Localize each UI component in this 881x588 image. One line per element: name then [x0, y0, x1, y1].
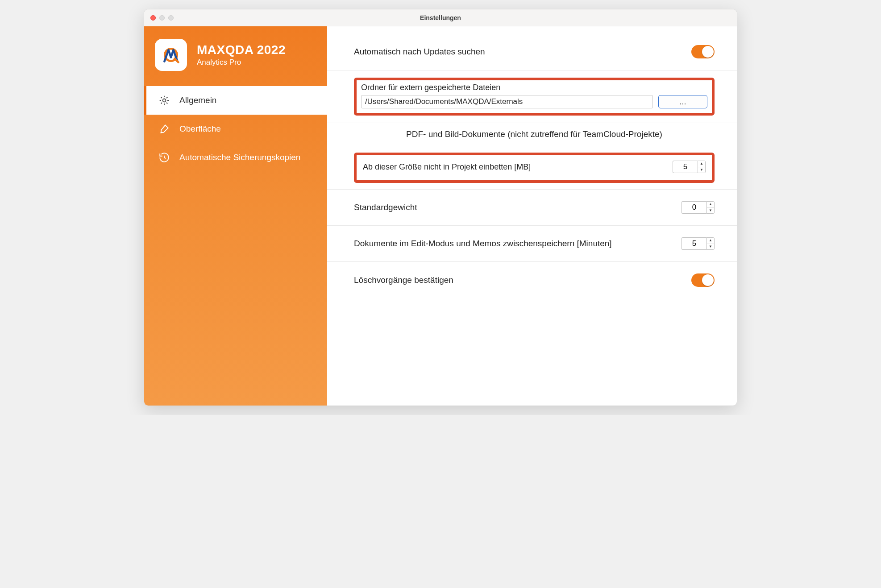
pdf-section-title: PDF- und Bild-Dokumente (nicht zutreffen… [354, 129, 715, 139]
stepper-down-button[interactable]: ▼ [707, 244, 714, 250]
sidebar-item-label: Oberfläche [179, 124, 221, 134]
sidebar-item-interface[interactable]: Oberfläche [144, 115, 327, 143]
stepper-down-button[interactable]: ▼ [698, 167, 705, 173]
app-edition: Analytics Pro [197, 58, 286, 67]
autosave-interval-stepper[interactable]: ▲ ▼ [682, 237, 715, 250]
sidebar-nav: Allgemein Oberfläche [144, 86, 327, 172]
history-icon [158, 151, 170, 164]
stepper-up-button[interactable]: ▲ [698, 161, 705, 167]
app-name: MAXQDA 2022 [197, 43, 286, 57]
embed-threshold-stepper[interactable]: ▲ ▼ [673, 161, 706, 173]
window-controls [150, 15, 174, 21]
browse-folder-button[interactable]: ... [658, 95, 707, 108]
setting-default-weight: Standardgewicht ▲ ▼ [327, 190, 737, 226]
confirm-delete-toggle[interactable] [691, 273, 715, 287]
setting-label: Dokumente im Edit-Modus und Memos zwisch… [354, 239, 612, 248]
setting-embed-threshold: PDF- und Bild-Dokumente (nicht zutreffen… [327, 123, 737, 190]
setting-auto-update: Automatisch nach Updates suchen [327, 26, 737, 70]
content-pane: Automatisch nach Updates suchen Ordner f… [327, 26, 737, 406]
window-title: Einstellungen [144, 14, 737, 21]
stepper-up-button[interactable]: ▲ [707, 238, 714, 244]
sidebar: MAXQDA 2022 Analytics Pro Allgemein [144, 26, 327, 406]
callout-external-folder: Ordner für extern gespeicherte Dateien .… [354, 78, 715, 116]
sidebar-item-label: Automatische Sicherungskopien [179, 153, 300, 162]
gear-icon [158, 94, 170, 107]
zoom-window-button[interactable] [168, 15, 174, 21]
embed-threshold-input[interactable] [673, 161, 698, 173]
brush-icon [158, 123, 170, 135]
svg-line-1 [175, 58, 178, 62]
sidebar-item-label: Allgemein [179, 95, 216, 105]
brand: MAXQDA 2022 Analytics Pro [144, 26, 327, 86]
minimize-window-button[interactable] [159, 15, 165, 21]
app-logo-icon [155, 39, 187, 71]
setting-label: Automatisch nach Updates suchen [354, 47, 485, 57]
setting-confirm-delete: Löschvorgänge bestätigen [327, 262, 737, 298]
titlebar: Einstellungen [144, 9, 737, 26]
svg-point-2 [163, 99, 166, 102]
autosave-interval-input[interactable] [682, 237, 706, 250]
callout-embed-threshold: Ab dieser Größe nicht in Projekt einbett… [354, 153, 715, 183]
setting-external-folder: Ordner für extern gespeicherte Dateien .… [327, 70, 737, 123]
setting-label: Ab dieser Größe nicht in Projekt einbett… [363, 162, 531, 172]
setting-autosave-interval: Dokumente im Edit-Modus und Memos zwisch… [327, 226, 737, 262]
sidebar-item-backups[interactable]: Automatische Sicherungskopien [144, 143, 327, 172]
auto-update-toggle[interactable] [691, 45, 715, 58]
external-folder-input[interactable] [361, 95, 653, 108]
stepper-down-button[interactable]: ▼ [707, 208, 714, 214]
default-weight-input[interactable] [682, 201, 706, 214]
setting-label: Ordner für extern gespeicherte Dateien [361, 83, 707, 92]
default-weight-stepper[interactable]: ▲ ▼ [682, 201, 715, 214]
sidebar-item-general[interactable]: Allgemein [144, 86, 327, 115]
stepper-up-button[interactable]: ▲ [707, 202, 714, 208]
setting-label: Standardgewicht [354, 203, 417, 212]
close-window-button[interactable] [150, 15, 156, 21]
preferences-window: Einstellungen MAXQDA 2022 Analytics Pro [144, 9, 737, 406]
setting-label: Löschvorgänge bestätigen [354, 275, 453, 285]
